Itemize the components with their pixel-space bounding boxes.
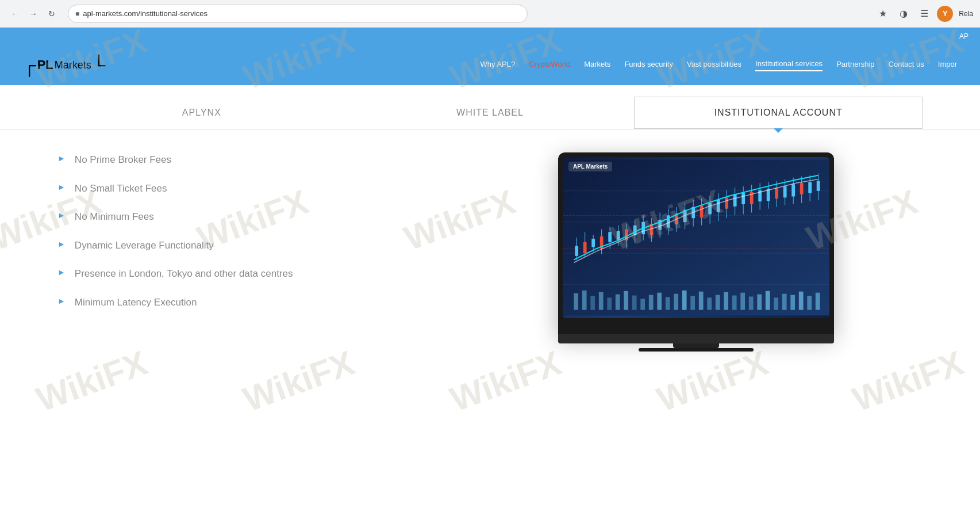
tab-bar: APLYNX WHITE LABEL INSTITUTIONAL ACCOUNT [0, 97, 980, 129]
tab-institutional-account[interactable]: INSTITUTIONAL ACCOUNT [634, 97, 923, 129]
svg-rect-9 [590, 296, 595, 310]
feature-arrow-1: ► [57, 154, 66, 163]
laptop-stand [673, 343, 719, 348]
svg-rect-26 [732, 296, 737, 310]
profile-avatar[interactable]: Y [937, 6, 953, 22]
svg-rect-17 [657, 293, 662, 310]
feature-arrow-6: ► [57, 296, 66, 305]
svg-rect-72 [717, 200, 720, 212]
logo-bracket-close: └ [93, 56, 106, 74]
main-navigation: Why APL? CryptoWorld Markets Funds secur… [480, 59, 957, 71]
svg-rect-96 [817, 181, 820, 190]
svg-rect-24 [716, 295, 720, 310]
feature-arrow-5: ► [57, 268, 66, 277]
feature-item-1: ► No Prime Broker Fees [57, 152, 435, 167]
nav-partnership[interactable]: Partnership [836, 60, 874, 71]
feature-arrow-2: ► [57, 182, 66, 192]
feature-text-1: No Prime Broker Fees [75, 152, 171, 167]
back-button[interactable]: ← [7, 6, 23, 22]
browser-actions: ★ ◑ ☰ Y Rela [875, 6, 973, 22]
svg-rect-92 [800, 183, 804, 194]
browser-nav-buttons: ← → ↻ [7, 6, 60, 22]
svg-rect-12 [616, 295, 620, 310]
svg-rect-16 [649, 295, 654, 310]
svg-rect-7 [574, 293, 578, 310]
nav-funds-security[interactable]: Funds security [624, 60, 673, 71]
tab-aplynx[interactable]: APLYNX [57, 97, 346, 129]
trading-chart [563, 157, 829, 318]
svg-rect-10 [599, 292, 604, 310]
nav-import[interactable]: Impor [938, 60, 957, 71]
feature-arrow-4: ► [57, 239, 66, 249]
feature-item-5: ► Presence in London, Tokyo and other da… [57, 266, 435, 281]
svg-rect-34 [799, 292, 804, 310]
forward-button[interactable]: → [25, 6, 41, 22]
svg-rect-42 [591, 239, 595, 247]
svg-rect-40 [583, 242, 587, 253]
tab-active-indicator [774, 128, 783, 133]
svg-rect-28 [749, 296, 754, 310]
browser-menu-button[interactable]: ☰ [916, 6, 932, 22]
svg-rect-30 [766, 291, 770, 310]
svg-rect-78 [741, 193, 745, 204]
svg-rect-25 [724, 292, 728, 310]
svg-rect-88 [783, 186, 787, 197]
main-content: APLYNX WHITE LABEL INSTITUTIONAL ACCOUNT… [0, 97, 980, 499]
svg-rect-27 [740, 293, 745, 310]
nav-institutional-services[interactable]: Institutional services [755, 59, 823, 71]
svg-rect-90 [791, 184, 795, 196]
site-logo[interactable]: ┌ PL Markets └ [23, 56, 105, 74]
feature-item-4: ► Dynamic Leverage Functionality [57, 238, 435, 253]
svg-rect-18 [666, 297, 670, 310]
svg-rect-94 [808, 182, 812, 193]
laptop-foot [639, 348, 754, 352]
laptop-mockup: APL Markets [558, 152, 834, 334]
notification-text: AP [959, 32, 969, 40]
laptop-container: APL Markets [470, 152, 923, 352]
tab-white-label[interactable]: WHITE LABEL [346, 97, 635, 129]
svg-rect-20 [682, 291, 687, 310]
svg-rect-76 [733, 194, 737, 207]
logo-bracket-open: ┌ [23, 56, 36, 74]
logo-pl: PL [37, 58, 53, 72]
nav-contact-us[interactable]: Contact us [889, 60, 924, 71]
feature-text-5: Presence in London, Tokyo and other data… [75, 266, 293, 281]
svg-rect-11 [607, 297, 612, 310]
svg-rect-21 [690, 296, 695, 310]
feature-list: ► No Prime Broker Fees ► No Small Ticket… [57, 152, 435, 310]
svg-rect-29 [757, 295, 762, 310]
svg-rect-8 [582, 291, 587, 310]
page-container: WikiFX WikiFX WikiFX WikiFX WikiFX WikiF… [0, 28, 980, 499]
svg-rect-13 [624, 291, 628, 310]
nav-cryptoworld[interactable]: CryptoWorld [529, 60, 570, 71]
extensions-button[interactable]: ◑ [896, 6, 912, 22]
laptop-base [558, 334, 834, 343]
svg-rect-35 [807, 296, 812, 310]
top-notification-bar: AP [0, 28, 980, 45]
nav-markets[interactable]: Markets [584, 60, 610, 71]
bookmark-button[interactable]: ★ [875, 6, 891, 22]
svg-rect-36 [816, 293, 820, 310]
logo-markets: Markets [55, 59, 91, 71]
feature-section: ► No Prime Broker Fees ► No Small Ticket… [0, 129, 980, 386]
address-bar[interactable]: ■ apl-markets.com/institutional-services [68, 5, 528, 23]
nav-why-apl[interactable]: Why APL? [480, 60, 515, 71]
feature-item-2: ► No Small Ticket Fees [57, 181, 435, 196]
svg-rect-19 [674, 294, 678, 310]
feature-text-2: No Small Ticket Fees [75, 181, 167, 196]
security-icon: ■ [75, 10, 79, 18]
svg-rect-38 [575, 246, 578, 256]
svg-rect-15 [640, 299, 645, 310]
reload-button[interactable]: ↻ [44, 6, 60, 22]
url-text: apl-markets.com/institutional-services [83, 9, 520, 18]
svg-rect-14 [632, 296, 637, 310]
svg-rect-31 [774, 297, 778, 310]
svg-rect-46 [608, 232, 612, 242]
nav-vast-possibilities[interactable]: Vast possibilities [687, 60, 741, 71]
feature-arrow-3: ► [57, 211, 66, 220]
site-header: ┌ PL Markets └ Why APL? CryptoWorld Mark… [0, 45, 980, 85]
svg-rect-32 [782, 294, 787, 310]
laptop-logo: APL Markets [568, 162, 612, 171]
svg-rect-86 [775, 188, 778, 198]
svg-rect-22 [699, 292, 704, 310]
